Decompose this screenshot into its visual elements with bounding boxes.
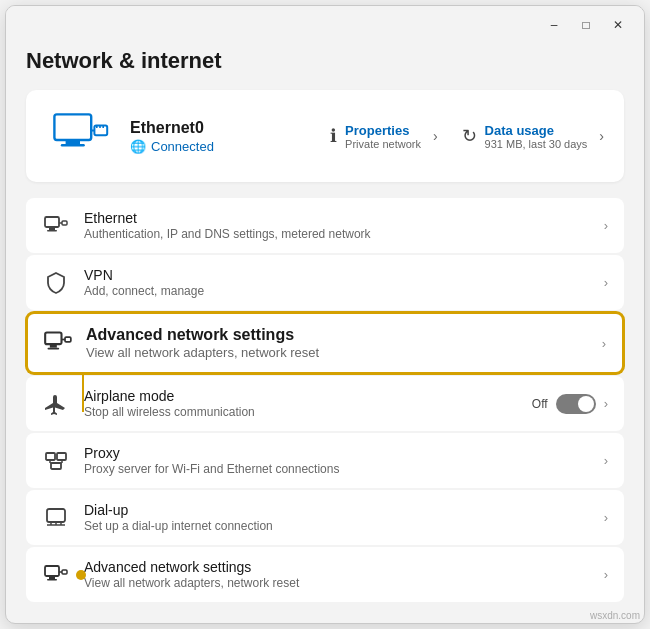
airplane-nav-text: Airplane mode Stop all wireless communic…: [84, 388, 518, 419]
dialup-chevron: ›: [604, 510, 608, 525]
advanced-label: Advanced network settings: [84, 559, 590, 575]
network-icon-box: [46, 106, 114, 166]
page-title: Network & internet: [26, 48, 624, 74]
airplane-label: Airplane mode: [84, 388, 518, 404]
airplane-nav-right: Off ›: [532, 394, 608, 414]
properties-action[interactable]: ℹ Properties Private network ›: [330, 123, 437, 150]
svg-rect-15: [48, 348, 60, 350]
watermark: wsxdn.com: [590, 610, 640, 621]
proxy-nav-icon: [42, 447, 70, 475]
ethernet-icon: [48, 108, 112, 164]
svg-rect-8: [45, 217, 59, 227]
svg-rect-2: [61, 144, 85, 146]
svg-rect-33: [62, 570, 67, 574]
minimize-button[interactable]: –: [540, 14, 568, 36]
ethernet-chevron: ›: [604, 218, 608, 233]
svg-rect-13: [45, 333, 61, 345]
data-usage-action[interactable]: ↻ Data usage 931 MB, last 30 days ›: [462, 123, 604, 150]
properties-chevron: ›: [433, 128, 438, 144]
globe-icon: 🌐: [130, 139, 146, 154]
svg-rect-11: [62, 221, 67, 225]
title-bar: – □ ✕: [6, 6, 644, 44]
svg-rect-0: [54, 114, 91, 140]
adapter-name: Ethernet0: [130, 119, 314, 137]
nav-item-advanced-highlighted[interactable]: Advanced network settings View all netwo…: [26, 312, 624, 374]
vpn-sublabel: Add, connect, manage: [84, 284, 590, 298]
annotation-line: [82, 372, 84, 412]
ethernet-nav-text: Ethernet Authentication, IP and DNS sett…: [84, 210, 590, 241]
advanced-nav-icon: [42, 561, 70, 589]
airplane-chevron: ›: [604, 396, 608, 411]
airplane-sublabel: Stop all wireless communication: [84, 405, 518, 419]
dialup-nav-right: ›: [604, 510, 608, 525]
proxy-sublabel: Proxy server for Wi-Fi and Ethernet conn…: [84, 462, 590, 476]
window-controls: – □ ✕: [540, 14, 632, 36]
vpn-nav-right: ›: [604, 275, 608, 290]
info-icon: ℹ: [330, 125, 337, 147]
advanced-nav-right-highlighted: ›: [602, 336, 606, 351]
advanced-nav-text-highlighted: Advanced network settings View all netwo…: [86, 326, 588, 360]
ethernet-nav-icon: [42, 212, 70, 240]
advanced-nav-icon-highlighted: [44, 329, 72, 357]
svg-rect-20: [51, 463, 61, 469]
hero-info: Ethernet0 🌐 Connected: [130, 119, 314, 154]
dialup-label: Dial-up: [84, 502, 590, 518]
nav-item-vpn[interactable]: VPN Add, connect, manage ›: [26, 255, 624, 310]
connection-status: 🌐 Connected: [130, 139, 314, 154]
airplane-toggle[interactable]: [556, 394, 596, 414]
data-usage-chevron: ›: [599, 128, 604, 144]
airplane-nav-icon: [42, 390, 70, 418]
dialup-nav-icon: [42, 504, 70, 532]
proxy-label: Proxy: [84, 445, 590, 461]
advanced-nav-text: Advanced network settings View all netwo…: [84, 559, 590, 590]
proxy-chevron: ›: [604, 453, 608, 468]
advanced-label-highlighted: Advanced network settings: [86, 326, 588, 344]
proxy-nav-text: Proxy Proxy server for Wi-Fi and Etherne…: [84, 445, 590, 476]
vpn-nav-icon: [42, 269, 70, 297]
data-usage-icon: ↻: [462, 125, 477, 147]
vpn-nav-text: VPN Add, connect, manage: [84, 267, 590, 298]
nav-item-proxy[interactable]: Proxy Proxy server for Wi-Fi and Etherne…: [26, 433, 624, 488]
settings-nav-list: Ethernet Authentication, IP and DNS sett…: [26, 198, 624, 602]
page-content: Network & internet Ethernet0: [6, 44, 644, 623]
data-usage-text: Data usage 931 MB, last 30 days: [485, 123, 588, 150]
svg-rect-16: [65, 337, 71, 342]
nav-item-dialup[interactable]: Dial-up Set up a dial-up internet connec…: [26, 490, 624, 545]
ethernet-nav-right: ›: [604, 218, 608, 233]
dialup-nav-text: Dial-up Set up a dial-up internet connec…: [84, 502, 590, 533]
proxy-nav-right: ›: [604, 453, 608, 468]
settings-window: – □ ✕ Network & internet: [5, 5, 645, 624]
svg-rect-31: [49, 576, 55, 579]
maximize-button[interactable]: □: [572, 14, 600, 36]
svg-rect-25: [47, 509, 65, 522]
nav-item-airplane[interactable]: Airplane mode Stop all wireless communic…: [26, 376, 624, 431]
advanced-chevron: ›: [604, 567, 608, 582]
svg-rect-19: [57, 453, 66, 460]
vpn-chevron: ›: [604, 275, 608, 290]
nav-item-advanced[interactable]: Advanced network settings View all netwo…: [26, 547, 624, 602]
nav-item-ethernet[interactable]: Ethernet Authentication, IP and DNS sett…: [26, 198, 624, 253]
advanced-nav-right: ›: [604, 567, 608, 582]
svg-rect-30: [45, 566, 59, 576]
ethernet-sublabel: Authentication, IP and DNS settings, met…: [84, 227, 590, 241]
svg-rect-32: [47, 579, 57, 581]
close-button[interactable]: ✕: [604, 14, 632, 36]
ethernet-label: Ethernet: [84, 210, 590, 226]
hero-actions: ℹ Properties Private network › ↻ Data us…: [330, 123, 604, 150]
svg-rect-10: [47, 230, 57, 232]
dialup-sublabel: Set up a dial-up internet connection: [84, 519, 590, 533]
vpn-label: VPN: [84, 267, 590, 283]
annotation-dot: [76, 570, 86, 580]
network-hero-card: Ethernet0 🌐 Connected ℹ Properties Priva…: [26, 90, 624, 182]
svg-rect-14: [50, 344, 57, 348]
advanced-sublabel: View all network adapters, network reset: [84, 576, 590, 590]
svg-rect-1: [66, 140, 80, 144]
properties-text: Properties Private network: [345, 123, 421, 150]
advanced-sublabel-highlighted: View all network adapters, network reset: [86, 345, 588, 360]
airplane-toggle-label: Off: [532, 397, 548, 411]
svg-rect-18: [46, 453, 55, 460]
advanced-chevron-highlighted: ›: [602, 336, 606, 351]
svg-rect-9: [49, 227, 55, 230]
